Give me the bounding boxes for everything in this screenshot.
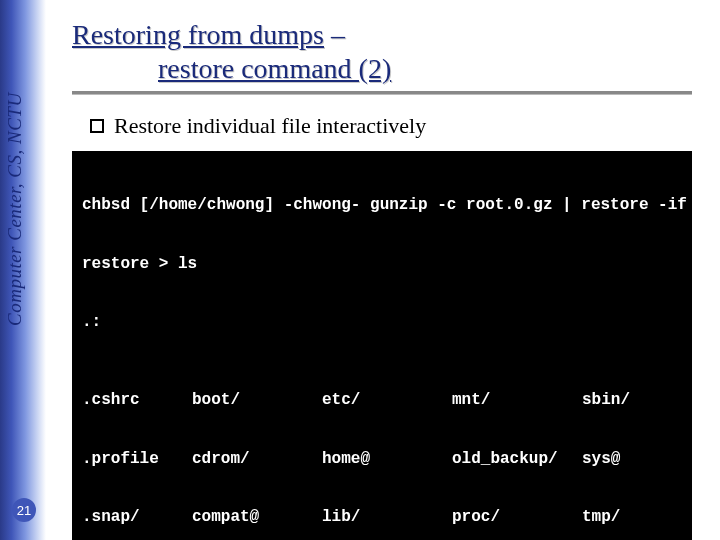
listing-cell: old_backup/	[452, 450, 582, 470]
listing-row: .cshrc boot/ etc/ mnt/ sbin/	[82, 391, 682, 411]
terminal-block: chbsd [/home/chwong] -chwong- gunzip -c …	[72, 151, 692, 540]
title-line1: Restoring from dumps	[72, 19, 324, 50]
listing-cell: .cshrc	[82, 391, 192, 411]
listing-cell: .profile	[82, 450, 192, 470]
title-dash: –	[324, 19, 345, 50]
listing-row: .snap/ compat@ lib/ proc/ tmp/	[82, 508, 682, 528]
terminal-command-line: chbsd [/home/chwong] -chwong- gunzip -c …	[82, 196, 682, 216]
listing-cell: .snap/	[82, 508, 192, 528]
square-bullet-icon	[90, 119, 104, 133]
listing-cell: sbin/	[582, 391, 682, 411]
left-rail: Computer Center, CS, NCTU 21	[0, 0, 46, 540]
listing-cell: sys@	[582, 450, 682, 470]
listing-cell: cdrom/	[192, 450, 322, 470]
organization-label: Computer Center, CS, NCTU	[4, 6, 42, 326]
slide: Computer Center, CS, NCTU 21 Restoring f…	[0, 0, 720, 540]
slide-title: Restoring from dumps – restore command (…	[72, 18, 700, 85]
terminal-prompt-ls: restore > ls	[82, 255, 682, 275]
listing-cell: proc/	[452, 508, 582, 528]
title-underline-rule	[72, 91, 692, 95]
listing-cell: boot/	[192, 391, 322, 411]
page-number-badge: 21	[12, 498, 36, 522]
listing-cell: etc/	[322, 391, 452, 411]
listing-cell: mnt/	[452, 391, 582, 411]
bullet-item: Restore individual file interactively	[90, 113, 700, 139]
bullet-text: Restore individual file interactively	[114, 113, 426, 139]
listing-cell: lib/	[322, 508, 452, 528]
listing-cell: compat@	[192, 508, 322, 528]
listing-cell: home@	[322, 450, 452, 470]
title-line2: restore command (2)	[158, 53, 391, 84]
listing-row: .profile cdrom/ home@ old_backup/ sys@	[82, 450, 682, 470]
listing-cell: tmp/	[582, 508, 682, 528]
terminal-dotline: .:	[82, 313, 682, 333]
content-area: Restoring from dumps – restore command (…	[72, 18, 700, 540]
